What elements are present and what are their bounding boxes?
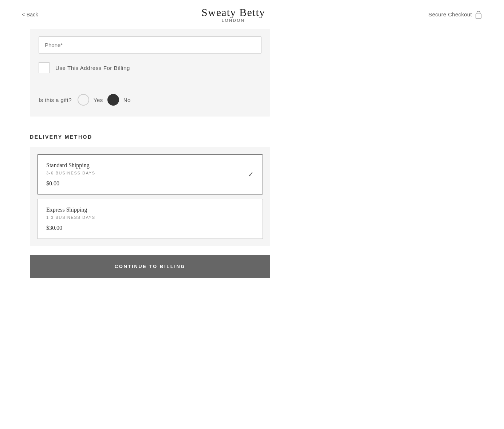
gift-yes-label: Yes [94,97,103,103]
express-shipping-days: 1-3 BUSINESS DAYS [46,215,254,220]
express-shipping-name: Express Shipping [46,206,254,213]
brand-logo: Sweaty Betty LONDON [201,6,265,23]
standard-shipping-option[interactable]: Standard Shipping 3-6 BUSINESS DAYS $0.0… [37,154,263,194]
secure-label-text: Secure Checkout [428,11,472,17]
billing-checkbox-row: Use This Address For Billing [39,62,261,73]
billing-checkbox[interactable] [39,62,50,73]
gift-no-radio[interactable] [107,94,119,106]
standard-shipping-checkmark: ✓ [248,170,254,179]
standard-shipping-price: $0.00 [46,180,254,187]
gift-question-row: Is this a gift? Yes No [39,94,261,106]
gift-yes-radio[interactable] [78,94,89,106]
phone-input[interactable] [39,36,261,54]
gift-radio-group: Yes No [78,94,131,106]
logo-name: Sweaty Betty [201,6,265,18]
standard-shipping-days: 3-6 BUSINESS DAYS [46,171,254,175]
continue-to-billing-button[interactable]: CONTINUE TO BILLING [30,255,270,278]
main-content: Use This Address For Billing Is this a g… [30,29,270,300]
express-shipping-price: $30.00 [46,225,254,231]
section-divider [39,85,261,85]
svg-rect-0 [476,14,481,18]
billing-checkbox-label: Use This Address For Billing [55,65,130,71]
address-form-section: Use This Address For Billing Is this a g… [30,29,270,117]
secure-checkout-label: Secure Checkout [428,11,482,19]
logo-location: LONDON [201,18,265,23]
lock-icon [475,11,482,19]
gift-no-label: No [123,97,131,103]
standard-shipping-name: Standard Shipping [46,162,254,169]
delivery-section-title: DELIVERY METHOD [30,134,270,140]
header: < Back Sweaty Betty LONDON Secure Checko… [0,0,504,29]
back-link[interactable]: < Back [22,12,38,17]
express-shipping-option[interactable]: Express Shipping 1-3 BUSINESS DAYS $30.0… [37,199,263,239]
shipping-options-container: Standard Shipping 3-6 BUSINESS DAYS $0.0… [30,147,270,246]
gift-question-label: Is this a gift? [39,97,72,103]
